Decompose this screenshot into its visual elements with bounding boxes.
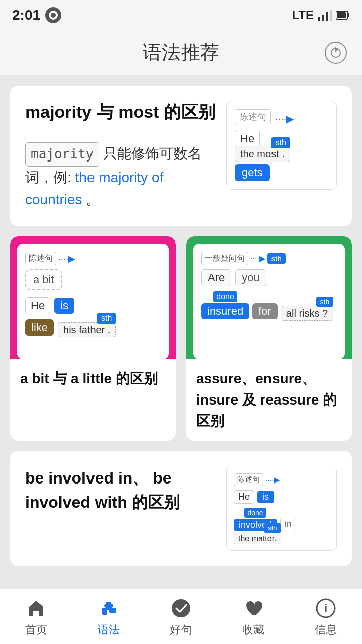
- card-main-content: majority 与 most 的区别 majority 只能修饰可数名词，例:…: [10, 86, 352, 226]
- svg-rect-2: [318, 17, 320, 21]
- battery-icon: [336, 11, 350, 20]
- card1-diagram: 陈述句 ····▶ He sth the most . gets: [226, 101, 337, 190]
- heart-icon: [241, 596, 265, 620]
- card4-content: be involved in、 be involved with 的区别 陈述句…: [10, 451, 352, 566]
- card3-tag: 一般疑问句: [201, 252, 248, 265]
- diag-gets: gets: [235, 164, 270, 181]
- card1-desc: majority 只能修饰可数名词，例: the majority of cou…: [25, 142, 216, 211]
- card-assure-ensure[interactable]: 一般疑问句 ····▶ sth Are you done insured for: [186, 236, 352, 441]
- card4-diagram: 陈述句 ····▶ He is done involved in: [226, 466, 337, 551]
- card4-in: in: [280, 518, 296, 531]
- card2-hisfather: his father .: [58, 322, 116, 337]
- card3-insured: insured: [201, 303, 249, 319]
- bottom-nav: 首页 语法 好句 收藏: [0, 589, 362, 644]
- nav-grammar[interactable]: 语法: [97, 596, 121, 637]
- card4-he: He: [234, 490, 254, 504]
- cards-row: 陈述句 ····▶ a bit He is like sth his fathe…: [10, 236, 352, 441]
- status-time: 2:01: [12, 7, 40, 23]
- keyword-majority: majority: [25, 142, 99, 167]
- card4-arrow: ····▶: [265, 475, 280, 485]
- header: 语法推荐: [0, 30, 362, 75]
- card4-thematter: the matter.: [234, 533, 281, 544]
- card2-he: He: [25, 297, 50, 314]
- nav-info-label: 信息: [315, 622, 337, 637]
- card3-sth2: sth: [316, 297, 334, 307]
- info-icon: i: [314, 596, 338, 620]
- refresh-button[interactable]: [325, 42, 347, 64]
- card2-title: a bit 与 a little 的区别: [20, 368, 166, 389]
- status-right: LTE: [292, 8, 350, 22]
- card2-tag: 陈述句: [25, 252, 56, 265]
- page-title: 语法推荐: [143, 40, 219, 65]
- svg-rect-8: [337, 12, 346, 18]
- card2-arrow: ····▶: [58, 253, 75, 264]
- card3-for: for: [252, 303, 278, 319]
- signal-icon: [318, 10, 332, 21]
- svg-rect-5: [330, 10, 332, 21]
- card2-abit-box: a bit: [25, 269, 62, 290]
- card4-is: is: [257, 491, 274, 503]
- nav-sentences[interactable]: 好句: [169, 596, 193, 637]
- nav-info[interactable]: i 信息: [314, 596, 338, 637]
- card2-like: like: [25, 319, 54, 336]
- nav-favorites-label: 收藏: [242, 622, 264, 637]
- card-abit-alittle[interactable]: 陈述句 ····▶ a bit He is like sth his fathe…: [10, 236, 176, 441]
- card-main-right: 陈述句 ····▶ He sth the most . gets: [226, 101, 337, 211]
- home-icon: [24, 596, 48, 620]
- card3-diagram-area: 一般疑问句 ····▶ sth Are you done insured for: [193, 244, 345, 359]
- card3-done: done: [213, 291, 237, 302]
- card2-is: is: [54, 298, 74, 314]
- card-main-left: majority 与 most 的区别 majority 只能修饰可数名词，例:…: [25, 101, 216, 211]
- card-be-involved[interactable]: be involved in、 be involved with 的区别 陈述句…: [10, 451, 352, 566]
- card-majority-most[interactable]: majority 与 most 的区别 majority 只能修饰可数名词，例:…: [10, 86, 352, 226]
- card3-arrow: ····▶: [250, 254, 265, 263]
- svg-rect-3: [322, 15, 324, 21]
- nav-home-label: 首页: [25, 622, 47, 637]
- card3-are: Are: [201, 269, 231, 286]
- app-status-icon: [45, 7, 61, 23]
- svg-point-12: [172, 599, 190, 617]
- diag-tag-述句: 陈述句: [235, 109, 271, 124]
- card4-done: done: [244, 508, 266, 518]
- network-label: LTE: [292, 8, 314, 22]
- card4-tag: 陈述句: [234, 473, 263, 486]
- status-left: 2:01: [12, 7, 61, 23]
- nav-home[interactable]: 首页: [24, 596, 48, 637]
- puzzle-icon: [97, 596, 121, 620]
- status-bar: 2:01 LTE: [0, 0, 362, 30]
- checkmark-icon: [169, 596, 193, 620]
- svg-rect-4: [326, 12, 328, 21]
- svg-rect-7: [348, 13, 349, 17]
- card4-left: be involved in、 be involved with 的区别: [25, 466, 216, 551]
- svg-rect-10: [102, 608, 107, 615]
- card1-title: majority 与 most 的区别: [25, 101, 216, 132]
- content-area: majority 与 most 的区别 majority 只能修饰可数名词，例:…: [0, 75, 362, 641]
- card4-title: be involved in、 be involved with 的区别: [25, 466, 216, 514]
- card3-you: you: [235, 269, 266, 286]
- card4-right: 陈述句 ····▶ He is done involved in: [226, 466, 337, 551]
- svg-rect-11: [109, 608, 116, 613]
- card2-diagram-area: 陈述句 ····▶ a bit He is like sth his fathe…: [17, 244, 169, 359]
- svg-text:i: i: [324, 602, 327, 614]
- nav-grammar-label: 语法: [98, 622, 120, 637]
- card3-title: assure、ensure、insure 及 reassure 的区别: [196, 368, 342, 432]
- card3-allrisks: all risks ?: [281, 306, 333, 321]
- nav-sentences-label: 好句: [170, 622, 192, 637]
- nav-favorites[interactable]: 收藏: [241, 596, 265, 637]
- card4-sth: sth: [264, 523, 281, 533]
- card3-sth1: sth: [267, 253, 286, 264]
- svg-point-1: [51, 13, 56, 18]
- card2-sth: sth: [97, 313, 116, 324]
- diag-sth: sth: [271, 137, 290, 148]
- diag-arrow: ····▶: [275, 113, 294, 125]
- desc-period: 。: [86, 192, 100, 207]
- diag-he: He: [235, 130, 260, 147]
